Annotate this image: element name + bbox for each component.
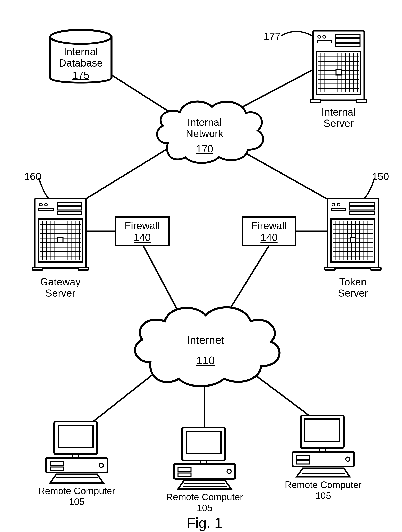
firewall-right-node: Firewall 140 bbox=[242, 217, 296, 246]
internal-network-ref: 170 bbox=[196, 143, 213, 155]
firewall-left-node: Firewall 140 bbox=[116, 217, 169, 246]
svg-line-49 bbox=[252, 372, 317, 422]
remote-computer-2-ref: 105 bbox=[197, 502, 213, 513]
svg-line-46 bbox=[231, 246, 269, 307]
token-server-label-line1: Token bbox=[339, 276, 366, 288]
remote-computer-2-node bbox=[174, 428, 235, 489]
gateway-server-label-line1: Gateway bbox=[40, 276, 80, 288]
firewall-left-ref: 140 bbox=[134, 232, 151, 243]
figure-label: Fig. 1 bbox=[187, 515, 222, 531]
remote-computer-1-ref: 105 bbox=[69, 496, 85, 507]
token-server-label-line2: Server bbox=[338, 287, 368, 299]
firewall-right-label: Firewall bbox=[251, 220, 287, 231]
internet-ref: 110 bbox=[196, 354, 215, 367]
svg-line-47 bbox=[88, 372, 156, 426]
remote-computer-1-node bbox=[46, 422, 107, 483]
internal-network-node: Internal Network 170 bbox=[157, 101, 263, 163]
internal-database-label-line1: Internal bbox=[64, 46, 98, 57]
internet-label: Internet bbox=[187, 334, 224, 346]
firewall-right-ref: 140 bbox=[260, 232, 277, 243]
gateway-server-label-line2: Server bbox=[45, 287, 75, 299]
internal-database-label-line2: Database bbox=[59, 57, 103, 69]
gateway-server-node bbox=[32, 198, 88, 270]
token-server-ref: 150 bbox=[372, 171, 389, 182]
firewall-left-label: Firewall bbox=[125, 220, 160, 231]
svg-line-42 bbox=[235, 147, 333, 203]
diagram-canvas: Internal Database 175 Internal Server 17… bbox=[0, 0, 402, 532]
gateway-server-ref: 160 bbox=[24, 171, 41, 182]
svg-line-45 bbox=[143, 246, 178, 311]
internal-server-ref: 177 bbox=[264, 31, 281, 42]
internal-network-label-line2: Network bbox=[186, 128, 223, 139]
internal-server-label-line2: Server bbox=[323, 118, 353, 129]
remote-computer-3-label: Remote Computer bbox=[285, 479, 362, 490]
internal-network-label-line1: Internal bbox=[188, 117, 222, 128]
remote-computer-2-label: Remote Computer bbox=[166, 492, 243, 502]
remote-computer-3-ref: 105 bbox=[315, 490, 331, 501]
internet-node: Internet 110 bbox=[135, 307, 279, 386]
svg-line-41 bbox=[80, 147, 170, 203]
remote-computer-1-label: Remote Computer bbox=[38, 486, 115, 496]
internal-server-label-line1: Internal bbox=[322, 106, 356, 118]
internal-database-ref: 175 bbox=[72, 70, 89, 81]
token-server-node bbox=[325, 198, 381, 270]
remote-computer-3-node bbox=[293, 415, 354, 477]
internal-database-node: Internal Database 175 bbox=[50, 30, 112, 83]
internal-server-node bbox=[311, 31, 367, 102]
